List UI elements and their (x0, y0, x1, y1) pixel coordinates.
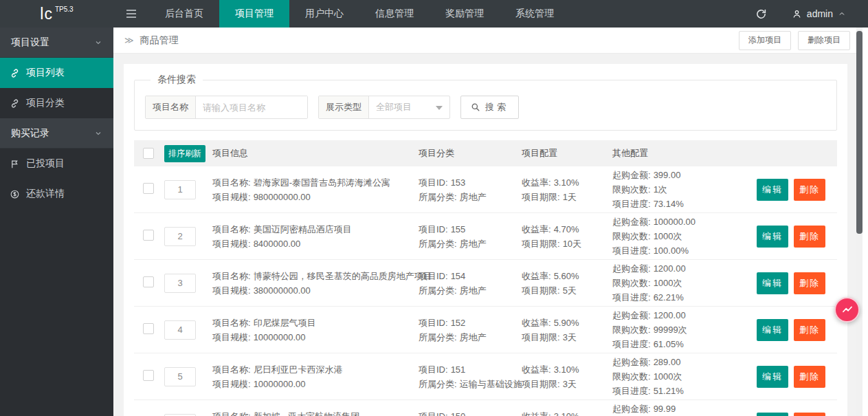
cell-other-config: 起购金额:100000.00 限购次数:1000次 项目进度:100.00% (610, 213, 754, 259)
sidebar-group-purchase-records[interactable]: 购买记录 (0, 118, 113, 149)
refresh-icon[interactable] (740, 0, 782, 28)
sidebar-item-invested-projects[interactable]: 已投项目 (0, 149, 113, 179)
row-checkbox[interactable] (143, 323, 154, 334)
rate-label: 收益率: (522, 364, 551, 375)
term-value: 10天 (563, 239, 581, 249)
floating-action-button[interactable] (834, 297, 860, 322)
project-scale-value: 980000000.00 (254, 192, 311, 202)
limit-label: 限购次数: (612, 325, 651, 335)
rate-line: 收益率:5.60% (522, 269, 607, 283)
sort-order-input[interactable] (164, 320, 196, 340)
delete-button[interactable]: 删除 (794, 366, 825, 388)
term-line: 项目期限:3天 (522, 330, 607, 344)
chevron-up-icon (838, 10, 846, 18)
caret-down-icon (436, 106, 443, 113)
table-row: 项目名称:美国迈阿密精品酒店项目 项目规模:8400000.00 项目ID:15… (134, 213, 837, 260)
project-id-value: 151 (451, 364, 466, 375)
delete-button[interactable]: 删除 (794, 413, 825, 416)
nav-item-system-management[interactable]: 系统管理 (500, 0, 570, 28)
min-amount-value: 399.00 (654, 170, 681, 180)
progress-label: 项目进度: (612, 339, 651, 349)
dollar-circle-icon (10, 189, 20, 199)
nav-item-info-management[interactable]: 信息管理 (359, 0, 430, 28)
project-name-line: 项目名称:尼日利亚巴卡西深水港 (212, 362, 413, 377)
user-menu[interactable]: admin (782, 8, 856, 19)
min-amount-value: 99.99 (654, 404, 676, 414)
sort-refresh-badge[interactable]: 排序刷新 (164, 145, 205, 162)
sort-order-input[interactable] (164, 227, 196, 246)
delete-button[interactable]: 删除 (794, 319, 825, 341)
nav-item-project-management[interactable]: 项目管理 (219, 0, 289, 28)
sort-order-input[interactable] (164, 180, 196, 199)
project-id-line: 项目ID:154 (419, 269, 516, 283)
progress-line: 项目进度:51.21% (612, 384, 751, 398)
sidebar-item-project-category[interactable]: 项目分类 (0, 88, 113, 118)
cell-project-info: 项目名称:美国迈阿密精品酒店项目 项目规模:8400000.00 (210, 221, 416, 252)
cell-project-info: 项目名称:碧海家园-泰国普吉岛邦涛海滩公寓 项目规模:980000000.00 (210, 174, 416, 206)
delete-button[interactable]: 删除 (794, 226, 825, 248)
row-checkbox[interactable] (143, 276, 154, 287)
progress-label: 项目进度: (612, 292, 651, 303)
project-cat-value: 房地产 (460, 285, 487, 296)
delete-project-button[interactable]: 删除项目 (798, 31, 850, 50)
edit-button[interactable]: 编辑 (757, 319, 788, 341)
term-value: 3天 (563, 332, 577, 342)
min-amount-line: 起购金额:1200.00 (612, 261, 751, 276)
rate-value: 3.10% (554, 411, 579, 416)
edit-button[interactable]: 编辑 (757, 366, 788, 388)
menu-toggle-icon[interactable] (113, 0, 149, 28)
edit-button[interactable]: 编辑 (757, 413, 788, 416)
rate-value: 5.60% (554, 271, 579, 281)
scrollbar-track[interactable] (856, 28, 863, 416)
project-name-value: 碧海家园-泰国普吉岛邦涛海滩公寓 (254, 177, 390, 188)
add-project-button[interactable]: 添加项目 (739, 31, 791, 50)
select-all-checkbox[interactable] (143, 148, 154, 159)
rate-line: 收益率:4.70% (522, 222, 607, 237)
table-header: 排序刷新 项目信息 项目分类 项目配置 其他配置 (134, 140, 837, 166)
cell-actions: 编辑 删除 (754, 318, 837, 342)
search-fieldset: 条件搜索 项目名称 展示类型 全部项目 搜索 (134, 74, 837, 131)
edit-button[interactable]: 编辑 (757, 272, 788, 294)
display-type-select[interactable]: 展示类型 全部项目 (318, 96, 450, 119)
cell-project-category: 项目ID:155 所属分类:房地产 (416, 221, 519, 252)
cell-actions: 编辑 删除 (754, 411, 837, 416)
limit-line: 限购次数:1000次 (612, 229, 751, 243)
row-checkbox[interactable] (143, 370, 154, 381)
delete-button[interactable]: 删除 (794, 179, 825, 201)
page-actions: 添加项目 删除项目 (739, 31, 850, 50)
sidebar-item-project-list[interactable]: 项目列表 (0, 58, 113, 88)
scrollbar-thumb[interactable] (856, 31, 863, 234)
delete-button[interactable]: 删除 (794, 272, 825, 294)
limit-line: 限购次数:1次 (612, 182, 751, 197)
project-id-line: 项目ID:151 (419, 362, 516, 377)
row-checkbox[interactable] (143, 230, 154, 241)
project-cat-value: 房地产 (460, 332, 487, 342)
edit-button[interactable]: 编辑 (757, 179, 788, 201)
edit-button[interactable]: 编辑 (757, 226, 788, 248)
term-value: 3天 (563, 379, 577, 389)
sidebar-item-repayment-details[interactable]: 还款详情 (0, 179, 113, 209)
row-checkbox[interactable] (143, 183, 154, 194)
logo[interactable]: lc TP5.3 (0, 0, 113, 28)
search-button[interactable]: 搜索 (460, 96, 519, 119)
progress-label: 项目进度: (612, 199, 651, 209)
sort-order-input[interactable] (164, 414, 196, 416)
chevron-down-icon (94, 39, 102, 47)
nav-item-dashboard[interactable]: 后台首页 (149, 0, 219, 28)
project-name-input[interactable] (196, 96, 307, 118)
sort-order-input[interactable] (164, 274, 196, 293)
rate-line: 收益率:3.10% (522, 409, 607, 416)
search-row: 项目名称 展示类型 全部项目 搜索 (145, 96, 826, 119)
term-label: 项目期限: (522, 379, 560, 389)
sidebar-group-project-settings[interactable]: 项目设置 (0, 28, 113, 58)
nav-item-user-center[interactable]: 用户中心 (289, 0, 359, 28)
cell-project-info: 项目名称:新加坡 - 亚太宇航物流集团 项目规模:10000000.00 (210, 408, 416, 416)
limit-label: 限购次数: (612, 278, 651, 288)
nav-item-reward-management[interactable]: 奖励管理 (430, 0, 500, 28)
cell-project-category: 项目ID:150 所属分类:房地产 (416, 408, 519, 416)
project-cat-line: 所属分类:房地产 (419, 330, 516, 344)
sort-order-input[interactable] (164, 367, 196, 386)
rate-line: 收益率:3.10% (522, 362, 607, 377)
breadcrumb-bar: ≫ 商品管理 添加项目 删除项目 (113, 28, 868, 54)
cell-sort (162, 366, 210, 388)
